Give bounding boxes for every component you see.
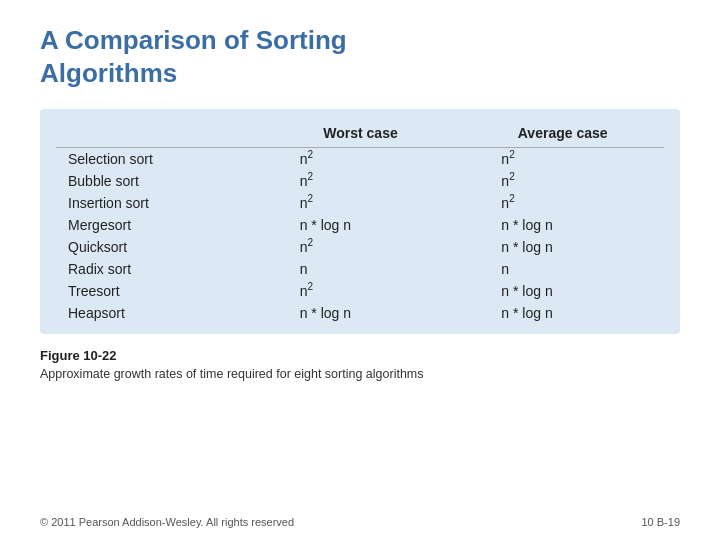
algorithm-cell: Selection sort [56, 148, 260, 171]
figure-label: Figure 10-22 [40, 348, 680, 363]
col-header-algorithm [56, 119, 260, 148]
algorithm-cell: Quicksort [56, 236, 260, 258]
avg-case-cell: n2 [461, 192, 664, 214]
algorithm-cell: Bubble sort [56, 170, 260, 192]
algorithm-cell: Mergesort [56, 214, 260, 236]
worst-case-cell: n * log n [260, 302, 462, 324]
avg-case-cell: n [461, 258, 664, 280]
avg-case-cell: n * log n [461, 236, 664, 258]
col-header-average: Average case [461, 119, 664, 148]
algorithm-cell: Treesort [56, 280, 260, 302]
worst-case-cell: n2 [260, 236, 462, 258]
avg-case-cell: n * log n [461, 280, 664, 302]
footer-copyright: © 2011 Pearson Addison-Wesley. All right… [40, 516, 294, 528]
worst-case-cell: n [260, 258, 462, 280]
table-row: Quicksortn2n * log n [56, 236, 664, 258]
worst-case-cell: n2 [260, 148, 462, 171]
algorithm-cell: Radix sort [56, 258, 260, 280]
page-title: A Comparison of SortingAlgorithms [40, 24, 680, 89]
worst-case-cell: n2 [260, 280, 462, 302]
table-row: Bubble sortn2n2 [56, 170, 664, 192]
footer-slide: 10 B-19 [641, 516, 680, 528]
algorithm-cell: Insertion sort [56, 192, 260, 214]
comparison-table: Worst case Average case Selection sortn2… [56, 119, 664, 324]
table-row: Selection sortn2n2 [56, 148, 664, 171]
table-row: Radix sortnn [56, 258, 664, 280]
figure-caption: Approximate growth rates of time require… [40, 367, 680, 381]
col-header-worst: Worst case [260, 119, 462, 148]
table-container: Worst case Average case Selection sortn2… [40, 109, 680, 334]
avg-case-cell: n * log n [461, 302, 664, 324]
table-row: Heapsortn * log nn * log n [56, 302, 664, 324]
avg-case-cell: n * log n [461, 214, 664, 236]
avg-case-cell: n2 [461, 148, 664, 171]
worst-case-cell: n2 [260, 170, 462, 192]
table-row: Mergesortn * log nn * log n [56, 214, 664, 236]
worst-case-cell: n * log n [260, 214, 462, 236]
algorithm-cell: Heapsort [56, 302, 260, 324]
table-row: Treesortn2n * log n [56, 280, 664, 302]
avg-case-cell: n2 [461, 170, 664, 192]
page-wrapper: A Comparison of SortingAlgorithms Worst … [0, 0, 720, 411]
worst-case-cell: n2 [260, 192, 462, 214]
footer: © 2011 Pearson Addison-Wesley. All right… [40, 516, 680, 528]
table-row: Insertion sortn2n2 [56, 192, 664, 214]
